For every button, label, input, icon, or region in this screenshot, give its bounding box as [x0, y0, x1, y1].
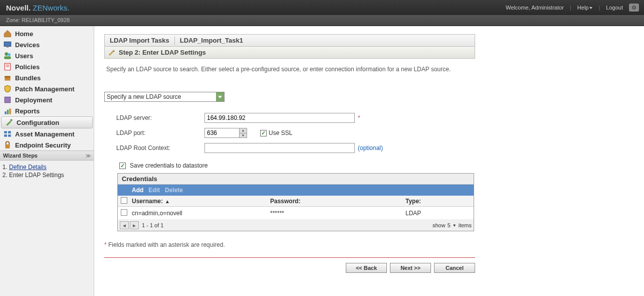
sidebar-item-label: Devices — [15, 41, 40, 49]
breadcrumb: LDAP Import Tasks LDAP_Import_Task1 — [104, 34, 475, 47]
breadcrumb-root[interactable]: LDAP Import Tasks — [105, 35, 174, 46]
svg-rect-2 — [4, 42, 11, 46]
deploy-icon — [3, 96, 12, 104]
svg-rect-12 — [7, 110, 9, 114]
sidebar-item-reports[interactable]: Reports — [0, 105, 94, 116]
credentials-title: Credentials — [118, 174, 474, 185]
ldap-port-input[interactable] — [205, 128, 239, 137]
chevron-down-icon[interactable] — [216, 92, 224, 101]
ldap-root-context-input[interactable] — [204, 143, 355, 153]
cancel-button[interactable]: Cancel — [434, 263, 475, 273]
sidebar-item-endpoint-security[interactable]: Endpoint Security — [0, 139, 94, 151]
save-credentials-label: Save credentials to datastore — [130, 162, 207, 169]
sidebar-item-label: Deployment — [15, 96, 52, 104]
sidebar-item-label: Home — [15, 30, 33, 38]
sidebar-item-deployment[interactable]: Deployment — [0, 94, 94, 105]
svg-rect-9 — [5, 76, 10, 78]
credentials-toolbar: Add Edit Delete — [118, 185, 474, 196]
cell-username: cn=admin,o=novell — [130, 210, 270, 217]
policy-icon — [3, 63, 12, 71]
sidebar-item-patch-management[interactable]: Patch Management — [0, 83, 94, 94]
optional-hint: (optional) — [358, 144, 383, 152]
ldap-port-stepper[interactable]: ▲ ▼ — [204, 128, 247, 138]
wizard-step: Enter LDAP Settings — [9, 172, 90, 179]
step-description: Specify an LDAP source to search. Either… — [104, 59, 475, 74]
back-button[interactable]: << Back — [346, 263, 387, 273]
svg-rect-13 — [9, 109, 11, 114]
sidebar-item-policies[interactable]: Policies — [0, 61, 94, 72]
svg-rect-16 — [8, 131, 11, 133]
next-button[interactable]: Next >> — [390, 263, 431, 273]
svg-point-1 — [633, 7, 634, 8]
shield-icon — [3, 85, 12, 93]
reports-icon — [3, 107, 12, 115]
select-all-checkbox[interactable] — [121, 197, 127, 204]
row-checkbox[interactable] — [121, 209, 127, 216]
config-icon — [5, 118, 14, 126]
lock-icon — [3, 141, 12, 149]
logout-link[interactable]: Logout — [606, 5, 623, 11]
sidebar-item-label: Configuration — [17, 119, 59, 126]
svg-rect-17 — [4, 134, 7, 137]
column-password[interactable]: Password: — [270, 198, 405, 205]
svg-point-4 — [5, 52, 8, 56]
sidebar-item-asset-management[interactable]: Asset Management — [0, 128, 94, 139]
save-credentials-checkbox[interactable] — [119, 163, 126, 169]
ldap-server-label: LDAP server: — [116, 114, 204, 121]
required-footnote: * Fields marked with an asterisk are req… — [104, 241, 634, 248]
pager-prev[interactable]: ◄ — [120, 221, 129, 229]
sidebar-item-label: Reports — [15, 107, 40, 115]
sidebar-item-label: Patch Management — [15, 85, 74, 93]
wizard-steps-header[interactable]: Wizard Steps ≫ — [0, 151, 94, 161]
sidebar-item-devices[interactable]: Devices — [0, 39, 94, 50]
pager-range: 1 - 1 of 1 — [142, 222, 163, 228]
pager-next[interactable]: ► — [130, 221, 139, 229]
ldap-source-select[interactable]: Specify a new LDAP source — [104, 92, 225, 102]
zone-bar: Zone: RELIABILITY_0928 — [0, 15, 644, 26]
column-username[interactable]: Username:▲ — [130, 198, 270, 205]
pager-count[interactable]: 5 — [448, 222, 451, 228]
home-icon — [3, 30, 12, 38]
svg-point-14 — [10, 119, 13, 121]
breadcrumb-current: LDAP_Import_Task1 — [175, 35, 248, 46]
bundle-icon — [3, 74, 12, 82]
credentials-pager: ◄ ► 1 - 1 of 1 show 5 ▼ items — [118, 220, 474, 231]
sidebar-item-label: Asset Management — [15, 130, 74, 138]
step-header: Step 2: Enter LDAP Settings — [104, 47, 475, 59]
use-ssl-checkbox[interactable] — [260, 130, 267, 136]
column-type[interactable]: Type: — [405, 198, 466, 205]
credentials-header-row: Username:▲ Password: Type: — [118, 196, 474, 207]
svg-rect-19 — [6, 144, 10, 149]
brand-novell: Novell. — [6, 4, 31, 12]
wizard-step[interactable]: Define Details — [9, 164, 90, 171]
cell-type: LDAP — [405, 210, 466, 217]
welcome-text: Welcome, Administrator — [506, 5, 564, 11]
sidebar-item-label: Users — [15, 52, 33, 60]
table-row[interactable]: cn=admin,o=novell******LDAP — [118, 207, 474, 220]
svg-rect-6 — [4, 56, 11, 59]
ldap-port-label: LDAP port: — [116, 129, 204, 136]
collapse-icon[interactable]: ≫ — [86, 153, 91, 159]
svg-rect-3 — [7, 46, 9, 47]
sidebar-item-configuration[interactable]: Configuration — [1, 116, 93, 128]
edit-button: Edit — [148, 187, 160, 194]
spinner-down[interactable]: ▼ — [240, 133, 247, 138]
add-button[interactable]: Add — [132, 187, 143, 194]
step-title: Step 2: Enter LDAP Settings — [119, 49, 206, 56]
svg-point-5 — [8, 53, 11, 56]
sidebar-item-label: Policies — [15, 63, 40, 71]
brand-zenworks: ZENworks. — [33, 4, 69, 12]
svg-rect-11 — [5, 111, 6, 114]
sidebar-item-users[interactable]: Users — [0, 50, 94, 61]
wizard-button-row: << Back Next >> Cancel — [104, 263, 475, 273]
brand: Novell. ZENworks. — [6, 4, 70, 12]
ldap-server-input[interactable] — [204, 113, 355, 123]
sidebar-item-bundles[interactable]: Bundles — [0, 72, 94, 83]
sidebar: HomeDevicesUsersPoliciesBundlesPatch Man… — [0, 26, 94, 296]
svg-rect-18 — [8, 134, 11, 137]
settings-icon[interactable] — [629, 4, 639, 12]
spinner-up[interactable]: ▲ — [240, 128, 247, 133]
sidebar-item-home[interactable]: Home — [0, 28, 94, 39]
credentials-panel: Credentials Add Edit Delete Username:▲ P… — [117, 173, 474, 231]
help-menu[interactable]: Help — [577, 5, 593, 11]
